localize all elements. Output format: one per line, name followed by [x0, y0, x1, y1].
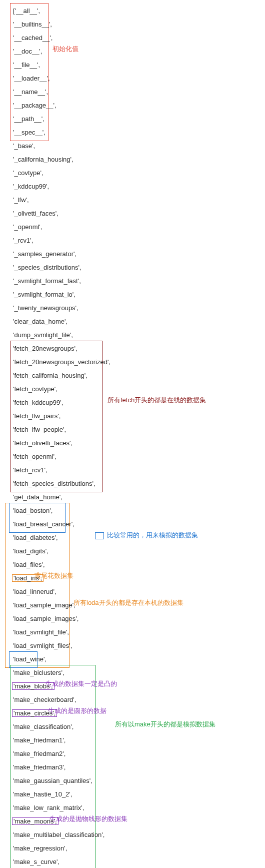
item-text: '__doc__', — [12, 48, 43, 55]
list-item: '__file__', — [12, 58, 262, 72]
item-text: 'fetch_openml', — [12, 453, 58, 460]
item-text: '_base', — [12, 142, 36, 150]
item-text: '_lfw', — [12, 196, 30, 204]
list-item: 'load_diabetes', — [12, 531, 262, 544]
list-item: 'load_linnerud', — [12, 585, 262, 598]
item-text: 'load_files', — [12, 561, 46, 568]
list-item: 'fetch_20newsgroups_vectorized', — [12, 355, 262, 369]
list-item: 'fetch_20newsgroups', — [12, 342, 262, 355]
item-text: '_california_housing', — [12, 156, 74, 163]
item-text: '_rcv1', — [12, 237, 34, 244]
list-item: 'make_biclusters', — [12, 666, 262, 679]
list-item: '_samples_generator', — [12, 247, 262, 261]
item-text: 'make_blobs', — [12, 682, 54, 690]
list-item: 'fetch_rcv1', — [12, 463, 262, 477]
item-text: 'load_digits', — [12, 547, 50, 555]
item-text: 'fetch_lfw_pairs', — [12, 412, 62, 420]
item-text: '__spec__', — [12, 129, 46, 136]
list-item: 'clear_data_home', — [12, 315, 262, 328]
list-item: '_rcv1', — [12, 234, 262, 247]
item-text: '_openml', — [12, 223, 43, 231]
item-text: 'fetch_olivetti_faces', — [12, 439, 74, 447]
list-item: 'fetch_kddcup99', — [12, 396, 262, 409]
list-item: 'make_gaussian_quantiles', — [12, 774, 262, 787]
item-text: 'make_checkerboard', — [12, 696, 77, 703]
item-text: '__path__', — [12, 115, 46, 123]
list-item: 'fetch_covtype', — [12, 382, 262, 396]
list-item: '_olivetti_faces', — [12, 207, 262, 220]
item-text: '__builtins__', — [12, 21, 53, 28]
item-text: 'fetch_species_distributions', — [12, 480, 96, 487]
item-text: '__loader__', — [12, 75, 51, 82]
item-text: 'make_classification', — [12, 723, 74, 730]
list-item: 'make_hastie_10_2', — [12, 787, 262, 801]
item-text: '_kddcup99', — [12, 183, 50, 190]
item-text: 'load_svmlight_file', — [12, 628, 70, 636]
item-text: 'fetch_20newsgroups_vectorized', — [12, 358, 112, 366]
list-item: '__cached__', — [12, 31, 262, 45]
item-text: '_species_distributions', — [12, 264, 82, 271]
item-text: '_samples_generator', — [12, 250, 78, 258]
list-item: 'fetch_olivetti_faces', — [12, 436, 262, 450]
item-text: '__file__', — [12, 61, 41, 69]
item-text: 'load_diabetes', — [12, 534, 59, 541]
item-text: 'get_data_home', — [12, 493, 64, 501]
code-listing: 初始化值 所有fetch开头的都是在线的数据集 鸢尾花数据集 比较常用的，用来模… — [0, 0, 265, 868]
item-text: 'make_multilabel_classification', — [12, 831, 106, 838]
item-text: 'load_linnerud', — [12, 588, 58, 595]
item-text: 'fetch_lfw_people', — [12, 426, 67, 433]
item-text: 'fetch_kddcup99', — [12, 399, 64, 406]
item-text: 'load_svmlight_files', — [12, 642, 73, 649]
list-item: 'make_blobs', — [12, 679, 262, 693]
item-text: '_svmlight_format_io', — [12, 291, 76, 298]
item-text: 'make_regression', — [12, 844, 68, 852]
list-item: 'make_moons', — [12, 814, 262, 828]
item-text: '__name__', — [12, 88, 49, 96]
list-item: '_base', — [12, 139, 262, 153]
list-item: '_lfw', — [12, 193, 262, 207]
item-text: 'make_hastie_10_2', — [12, 790, 73, 798]
list-item: 'load_wine', — [12, 652, 262, 666]
item-text: 'make_friedman3', — [12, 763, 66, 771]
item-text: 'make_low_rank_matrix', — [12, 804, 85, 811]
item-text: '_olivetti_faces', — [12, 210, 60, 217]
list-item: 'load_files', — [12, 558, 262, 571]
list-item: '_kddcup99', — [12, 180, 262, 193]
item-text: 'clear_data_home', — [12, 318, 68, 325]
list-item: 'load_iris', — [12, 571, 262, 585]
list-item: 'fetch_california_housing', — [12, 369, 262, 382]
list-item: '_species_distributions', — [12, 261, 262, 274]
list-item: '_california_housing', — [12, 153, 262, 166]
list-item: 'fetch_openml', — [12, 450, 262, 463]
item-text: 'load_boston', — [12, 507, 54, 514]
list-item: 'dump_svmlight_file', — [12, 328, 262, 342]
item-text: 'load_iris', — [12, 574, 44, 582]
item-text: '_twenty_newsgroups', — [12, 304, 80, 312]
list-item: '__loader__', — [12, 72, 262, 85]
item-text: 'fetch_rcv1', — [12, 466, 48, 474]
list-item: '_openml', — [12, 220, 262, 234]
list-item: 'make_friedman2', — [12, 747, 262, 760]
list-item: 'fetch_lfw_pairs', — [12, 409, 262, 423]
list-item: 'make_low_rank_matrix', — [12, 801, 262, 814]
list-item: 'make_circles', — [12, 706, 262, 720]
list-item: 'make_s_curve', — [12, 855, 262, 868]
item-text: '_covtype', — [12, 169, 44, 177]
item-text: 'fetch_covtype', — [12, 385, 58, 393]
list-item: '_twenty_newsgroups', — [12, 301, 262, 315]
list-item: '_svmlight_format_fast', — [12, 274, 262, 288]
list-item: '__path__', — [12, 112, 262, 126]
list-item: '__name__', — [12, 85, 262, 99]
list-item: 'load_boston', — [12, 504, 262, 517]
list-item: 'fetch_species_distributions', — [12, 477, 262, 490]
list-item: 'load_sample_images', — [12, 612, 262, 625]
item-text: 'make_friedman2', — [12, 750, 66, 757]
item-text: 'fetch_california_housing', — [12, 372, 88, 379]
list-item: 'make_friedman1', — [12, 733, 262, 747]
item-text: 'dump_svmlight_file', — [12, 331, 74, 339]
list-item: 'make_checkerboard', — [12, 693, 262, 706]
item-text: 'load_sample_image', — [12, 601, 76, 609]
item-text: 'load_wine', — [12, 655, 48, 663]
item-text: 'load_sample_images', — [12, 615, 80, 622]
list-item: 'load_svmlight_file', — [12, 625, 262, 639]
